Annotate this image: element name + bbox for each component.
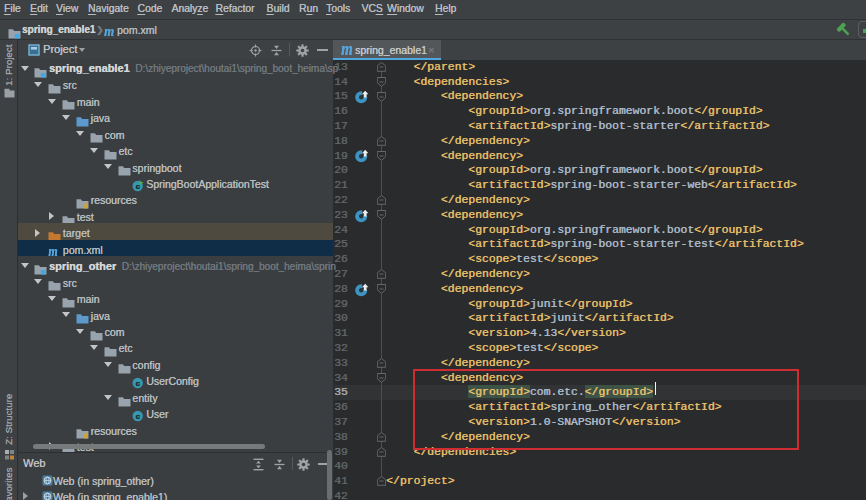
svg-text:c: c — [135, 412, 140, 421]
svg-text:c: c — [135, 379, 140, 388]
